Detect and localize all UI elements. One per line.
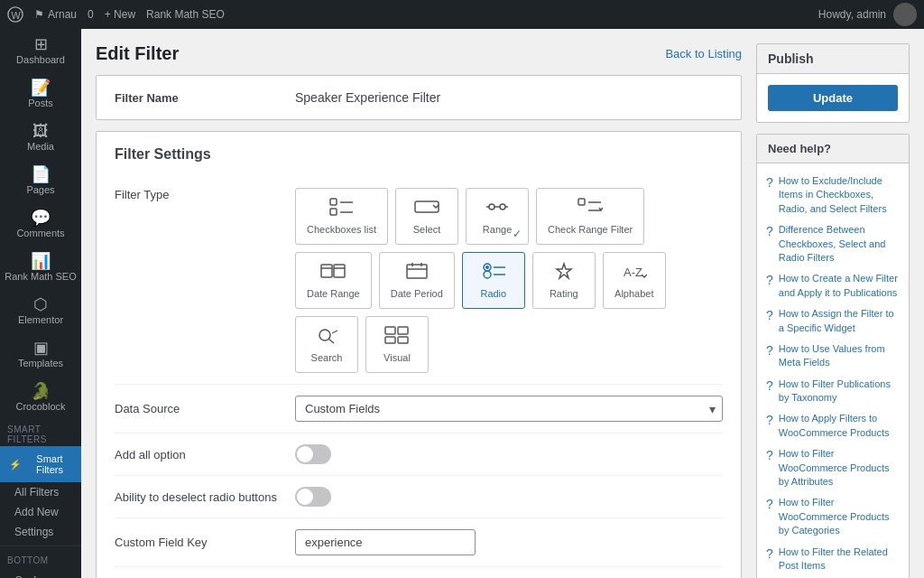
- svg-rect-15: [321, 265, 332, 277]
- help-item-use-values[interactable]: ? How to Use Values from Meta Fields: [757, 339, 909, 374]
- sidebar-item-rank-math[interactable]: 📊 Rank Math SEO: [0, 246, 81, 289]
- svg-rect-4: [330, 209, 337, 215]
- help-text-7: How to Filter WooCommerce Products by At…: [779, 447, 900, 489]
- help-text-3: How to Assign the Filter to a Specific W…: [779, 307, 900, 335]
- svg-rect-34: [385, 337, 395, 343]
- admin-bar-rank-math[interactable]: Rank Math SEO: [146, 8, 225, 21]
- filter-type-select[interactable]: Select: [395, 188, 458, 245]
- smart-filters-icon: ⚡: [9, 459, 22, 471]
- filter-type-search[interactable]: Search: [295, 316, 358, 373]
- filter-type-check-range[interactable]: Check Range Filter: [536, 188, 644, 245]
- help-item-assign[interactable]: ? How to Assign the Filter to a Specific…: [757, 303, 909, 339]
- admin-bar-right: Howdy, admin: [818, 3, 917, 26]
- filter-type-date-range[interactable]: Date Range: [295, 252, 372, 309]
- help-text-8: How to Filter WooCommerce Products by Ca…: [779, 496, 900, 537]
- help-icon-8: ?: [766, 497, 773, 511]
- admin-bar-notifications[interactable]: 0: [88, 8, 94, 21]
- help-box: Need help? ? How to Exclude/Include Item…: [756, 134, 910, 578]
- sidebar-item-elementor[interactable]: ⬡ Elementor: [0, 289, 81, 332]
- deselect-radio-toggle[interactable]: [295, 487, 331, 507]
- help-item-create-new[interactable]: ? How to Create a New Filter and Apply i…: [757, 268, 909, 303]
- pages-icon: 📄: [31, 166, 51, 182]
- filter-type-alphabet[interactable]: A-Z Alphabet: [603, 252, 666, 309]
- svg-rect-19: [407, 265, 427, 278]
- svg-point-8: [500, 204, 505, 210]
- custom-field-key-label: Custom Field Key: [115, 536, 277, 549]
- crocoblock-icon: 🐊: [31, 383, 51, 399]
- date-range-label: Date Range: [307, 288, 360, 299]
- filter-name-card: Filter Name Speaker Experience Filter: [96, 75, 742, 120]
- dashboard-icon: ⊞: [34, 36, 48, 52]
- filter-type-row: Filter Type Checkboxes list: [115, 177, 723, 385]
- filter-type-visual[interactable]: Visual: [365, 316, 429, 373]
- filter-type-date-period[interactable]: Date Period: [379, 252, 455, 309]
- back-to-listing-link[interactable]: Back to Listing: [665, 47, 742, 61]
- sidebar-item-pages[interactable]: 📄 Pages: [0, 159, 81, 202]
- help-item-woo[interactable]: ? How to Apply Filters to WooCommerce Pr…: [757, 408, 909, 443]
- admin-bar: W ⚑ Arnau 0 + New Rank Math SEO Howdy, a…: [0, 0, 924, 29]
- sidebar-item-templates[interactable]: ▣ Templates: [0, 332, 81, 376]
- media-icon: 🖼: [32, 123, 49, 139]
- smart-filters-section-label: SMART FILTERS: [0, 419, 81, 446]
- sidebar-item-media[interactable]: 🖼 Media: [0, 116, 81, 159]
- rating-label: Rating: [550, 288, 578, 299]
- filter-type-radio[interactable]: ✓ Radio: [462, 252, 525, 309]
- select-icon: [414, 198, 439, 220]
- alphabet-icon: A-Z: [622, 262, 647, 284]
- update-button[interactable]: Update: [768, 85, 898, 111]
- content-area: Edit Filter Back to Listing Filter Name …: [81, 29, 924, 578]
- svg-text:W: W: [12, 10, 22, 21]
- sidebar-item-crocoblock[interactable]: 🐊 Crocoblock: [0, 376, 81, 419]
- data-source-select[interactable]: Custom Fields Taxonomy Meta Fields: [295, 396, 723, 422]
- svg-point-25: [484, 271, 491, 278]
- help-item-related-post[interactable]: ? How to Filter the Related Post Items: [757, 542, 909, 577]
- help-item-exclude-include[interactable]: ? How to Exclude/Include Items in Checkb…: [757, 171, 909, 219]
- sidebar-item-smart-filters[interactable]: ⚡ Smart Filters: [0, 446, 81, 482]
- add-all-option-slider: [295, 444, 331, 464]
- deselect-radio-row: Ability to deselect radio buttons: [115, 476, 723, 518]
- svg-point-24: [485, 266, 489, 269]
- sidebar-item-conference[interactable]: Conference: [0, 567, 81, 578]
- sidebar-sub-add-new[interactable]: Add New: [0, 502, 81, 522]
- visual-label: Visual: [383, 352, 411, 363]
- admin-bar-howdy[interactable]: Howdy, admin: [818, 3, 917, 26]
- help-header: Need help?: [757, 135, 909, 163]
- sidebar-item-dashboard[interactable]: ⊞ Dashboard: [0, 29, 81, 72]
- search-filter-icon: [314, 326, 339, 349]
- sidebar-sub-settings[interactable]: Settings: [0, 522, 81, 542]
- date-period-label: Date Period: [391, 288, 443, 299]
- filter-type-rating[interactable]: Rating: [532, 252, 596, 309]
- page-title: Edit Filter: [96, 43, 179, 64]
- publish-box: Publish Update: [756, 43, 910, 123]
- help-item-by-categories[interactable]: ? How to Filter WooCommerce Products by …: [757, 492, 909, 541]
- sidebar-item-posts[interactable]: 📝 Posts: [0, 72, 81, 116]
- rank-math-icon: 📊: [31, 253, 51, 269]
- sidebar: ⊞ Dashboard 📝 Posts 🖼 Media 📄 Pages 💬 Co…: [0, 29, 81, 578]
- admin-bar-new[interactable]: + New: [105, 8, 135, 21]
- filter-name-value: Speaker Experience Filter: [295, 90, 440, 105]
- help-icon-5: ?: [766, 378, 773, 393]
- help-item-difference[interactable]: ? Difference Between Checkboxes, Select …: [757, 219, 909, 268]
- wp-logo[interactable]: W: [7, 6, 23, 23]
- filter-type-label: Filter Type: [115, 188, 277, 201]
- admin-bar-username[interactable]: ⚑ Arnau: [34, 8, 77, 21]
- data-source-row: Data Source Custom Fields Taxonomy Meta …: [115, 385, 723, 434]
- deselect-radio-label: Ability to deselect radio buttons: [115, 490, 277, 504]
- filter-type-checkboxes[interactable]: Checkboxes list: [295, 188, 388, 245]
- help-item-by-attributes[interactable]: ? How to Filter WooCommerce Products by …: [757, 443, 909, 492]
- sidebar-item-comments[interactable]: 💬 Comments: [0, 202, 81, 246]
- help-item-by-taxonomy[interactable]: ? How to Filter Publications by Taxonomy: [757, 374, 909, 409]
- svg-rect-35: [398, 337, 408, 343]
- checkboxes-icon: [329, 198, 355, 220]
- help-icon-0: ?: [766, 175, 773, 190]
- filter-type-grid: Checkboxes list Select Ran: [295, 188, 723, 373]
- add-all-option-toggle[interactable]: [295, 444, 331, 464]
- data-source-select-wrapper: Custom Fields Taxonomy Meta Fields ▾: [295, 396, 723, 422]
- custom-field-key-input[interactable]: [295, 529, 476, 555]
- get-choices-row: Get Choices From Field Data: [115, 567, 723, 578]
- custom-field-key-row: Custom Field Key: [115, 518, 723, 567]
- rating-icon: [551, 262, 577, 284]
- check-range-icon: [578, 198, 603, 220]
- sidebar-sub-all-filters[interactable]: All Filters: [0, 482, 81, 502]
- help-icon-7: ?: [766, 448, 773, 462]
